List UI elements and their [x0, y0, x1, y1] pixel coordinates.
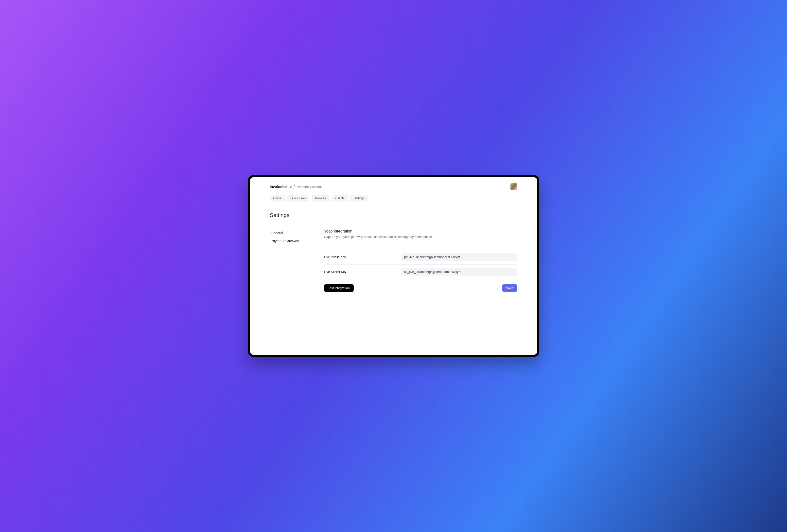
public-key-input[interactable]: [401, 253, 517, 261]
device-frame: invoicelink.io Personal Account Home Qui…: [248, 175, 539, 357]
section-title: Yoco Integration: [324, 229, 517, 234]
nav-tab-home[interactable]: Home: [270, 195, 285, 201]
content: Settings General Payment Gateway Yoco In…: [250, 206, 537, 355]
page-title: Settings: [270, 212, 517, 222]
nav-tab-invoices[interactable]: Invoices: [312, 195, 329, 201]
secret-key-input[interactable]: [401, 268, 517, 275]
settings-sidebar: General Payment Gateway: [270, 229, 319, 292]
test-integration-button[interactable]: Test integration: [324, 284, 354, 292]
app-window: invoicelink.io Personal Account Home Qui…: [250, 177, 537, 355]
form-row-secret-key: Live Secret Key: [324, 265, 517, 279]
nav-tab-settings[interactable]: Settings: [350, 195, 368, 201]
nav-tabs: Home Quick Links Invoices Clients Settin…: [270, 195, 517, 201]
nav-tab-clients[interactable]: Clients: [332, 195, 348, 201]
header: invoicelink.io Personal Account Home Qui…: [250, 177, 537, 206]
save-button[interactable]: Save: [502, 284, 517, 292]
nav-tab-quick-links[interactable]: Quick Links: [287, 195, 309, 201]
breadcrumb-row: invoicelink.io Personal Account: [270, 183, 517, 190]
sidebar-item-general[interactable]: General: [270, 229, 319, 237]
settings-layout: General Payment Gateway Yoco Integration…: [270, 229, 517, 292]
main-panel: Yoco Integration Capture your yoco gatew…: [324, 229, 517, 292]
breadcrumb: invoicelink.io Personal Account: [270, 184, 322, 189]
avatar[interactable]: [510, 183, 517, 190]
sidebar-item-payment-gateway[interactable]: Payment Gateway: [270, 237, 319, 245]
actions-row: Test integration Save: [324, 279, 517, 292]
brand-name[interactable]: invoicelink.io: [270, 185, 292, 189]
secret-key-label: Live Secret Key: [324, 270, 402, 274]
account-name[interactable]: Personal Account: [297, 185, 322, 189]
form-row-public-key: Live Public Key: [324, 250, 517, 265]
breadcrumb-separator-icon: [294, 184, 295, 189]
public-key-label: Live Public Key: [324, 255, 402, 259]
section-description: Capture your yoco gateway details below …: [324, 235, 517, 244]
